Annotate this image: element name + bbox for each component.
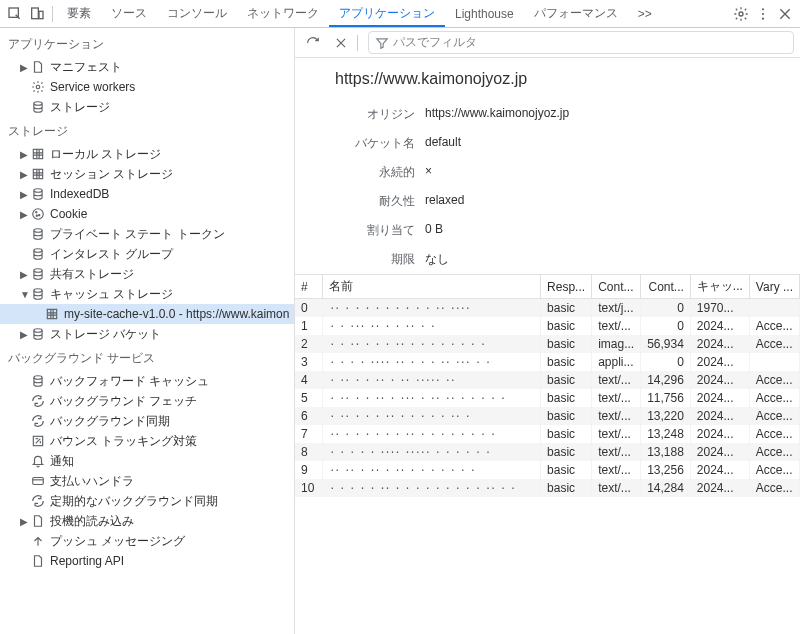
property-label: オリジン — [315, 106, 425, 123]
table-row[interactable]: 1 · · ··· ·· · · ·· · ·basictext/...0202… — [295, 317, 800, 335]
tab-network[interactable]: ネットワーク — [237, 1, 329, 26]
tab-application[interactable]: アプリケーション — [329, 1, 445, 27]
table-row[interactable]: 5· ·· · · ·· · ··· · ·· ·· · · · · ·basi… — [295, 389, 800, 407]
table-row[interactable]: 9 ·· ·· · ·· · ·· · · · · · · ·basictext… — [295, 461, 800, 479]
tree-item[interactable]: ▶投機的読み込み — [0, 511, 294, 531]
property-row: オリジンhttps://www.kaimonojyoz.jp — [315, 100, 800, 129]
cache-properties: オリジンhttps://www.kaimonojyoz.jpバケット名defau… — [295, 100, 800, 274]
svg-rect-2 — [39, 11, 43, 18]
column-header[interactable]: 名前 — [323, 275, 541, 299]
device-toggle-icon[interactable] — [26, 3, 48, 25]
svg-point-17 — [34, 249, 42, 253]
table-row[interactable]: 8 · · · · · ···· ····· · · · · · · basic… — [295, 443, 800, 461]
tab-more[interactable]: >> — [628, 3, 662, 25]
svg-rect-1 — [32, 8, 39, 19]
table-row[interactable]: 7·· · · · · · · ·· · · · · · · · · basic… — [295, 425, 800, 443]
property-label: 割り当て — [315, 222, 425, 239]
refresh-icon[interactable] — [301, 31, 325, 55]
svg-point-13 — [36, 212, 37, 213]
tree-item[interactable]: インタレスト グループ — [0, 244, 294, 264]
tree-item-label: マニフェスト — [50, 59, 122, 76]
tab-lighthouse[interactable]: Lighthouse — [445, 3, 524, 25]
expand-arrow-icon[interactable]: ▶ — [20, 516, 30, 527]
expand-arrow-icon[interactable]: ▼ — [20, 289, 30, 300]
devtools-tab-strip: 要素 ソース コンソール ネットワーク アプリケーション Lighthouse … — [0, 0, 800, 28]
table-row[interactable]: 3· · · · ···· ·· · · · ·· ··· · · basica… — [295, 353, 800, 371]
tree-item[interactable]: ストレージ — [0, 97, 294, 117]
tree-item[interactable]: バックフォワード キャッシュ — [0, 371, 294, 391]
column-header[interactable]: Resp... — [541, 275, 592, 299]
gear-icon — [30, 79, 46, 95]
expand-arrow-icon[interactable]: ▶ — [20, 189, 30, 200]
property-row: 耐久性relaxed — [315, 187, 800, 216]
expand-arrow-icon[interactable]: ▶ — [20, 169, 30, 180]
tree-item[interactable]: 定期的なバックグラウンド同期 — [0, 491, 294, 511]
column-header[interactable]: Cont... — [592, 275, 641, 299]
tree-item[interactable]: Reporting API — [0, 551, 294, 571]
tab-elements[interactable]: 要素 — [57, 1, 101, 26]
expand-arrow-icon[interactable]: ▶ — [20, 269, 30, 280]
grid-icon — [44, 306, 60, 322]
column-header[interactable]: Cont... — [641, 275, 691, 299]
tree-item[interactable]: ▶Cookie — [0, 204, 294, 224]
filter-input[interactable]: パスでフィルタ — [368, 31, 794, 54]
content-pane: パスでフィルタ https://www.kaimonojyoz.jp オリジンh… — [295, 28, 800, 634]
tree-item-label: Service workers — [50, 80, 135, 94]
tree-item-label: 共有ストレージ — [50, 266, 134, 283]
tree-item-label: 定期的なバックグラウンド同期 — [50, 493, 218, 510]
tree-item[interactable]: ▶マニフェスト — [0, 57, 294, 77]
expand-arrow-icon[interactable]: ▶ — [20, 209, 30, 220]
property-value: 0 B — [425, 222, 443, 239]
tab-performance[interactable]: パフォーマンス — [524, 1, 628, 26]
tree-item[interactable]: ▶IndexedDB — [0, 184, 294, 204]
table-row[interactable]: 2· · ·· · · · ·· · · · · · · · · basicim… — [295, 335, 800, 353]
tree-item[interactable]: ▶セッション ストレージ — [0, 164, 294, 184]
delete-icon[interactable] — [329, 31, 353, 55]
property-row: バケット名default — [315, 129, 800, 158]
table-row[interactable]: 10 · · · · · ·· · · · · · · · · · ·· · ·… — [295, 479, 800, 497]
svg-point-14 — [39, 215, 40, 216]
table-row[interactable]: 0·· · · · · · · · · · ·· ····basictext/j… — [295, 299, 800, 318]
inspect-icon[interactable] — [4, 3, 26, 25]
tree-item[interactable]: 通知 — [0, 451, 294, 471]
sync-icon — [30, 493, 46, 509]
tree-item[interactable]: プッシュ メッセージング — [0, 531, 294, 551]
tree-item[interactable]: バックグラウンド フェッチ — [0, 391, 294, 411]
tree-item[interactable]: バウンス トラッキング対策 — [0, 431, 294, 451]
expand-arrow-icon[interactable]: ▶ — [20, 149, 30, 160]
expand-arrow-icon[interactable]: ▶ — [20, 62, 30, 73]
tree-item[interactable]: バックグラウンド同期 — [0, 411, 294, 431]
tab-sources[interactable]: ソース — [101, 1, 157, 26]
column-header[interactable]: # — [295, 275, 323, 299]
table-row[interactable]: 4 · ·· · · ·· · ·· ····· ·· basictext/..… — [295, 371, 800, 389]
table-row[interactable]: 6· ·· · · · ·· · · · · · ·· · basictext/… — [295, 407, 800, 425]
tree-item-label: 支払いハンドラ — [50, 473, 134, 490]
tree-item[interactable]: Service workers — [0, 77, 294, 97]
tree-item[interactable]: ▼キャッシュ ストレージ — [0, 284, 294, 304]
column-header[interactable]: キャッ... — [690, 275, 749, 299]
tab-console[interactable]: コンソール — [157, 1, 237, 26]
tree-item-label: ローカル ストレージ — [50, 146, 161, 163]
tree-item[interactable]: プライベート ステート トークン — [0, 224, 294, 244]
close-icon[interactable] — [774, 3, 796, 25]
file-icon — [30, 553, 46, 569]
settings-icon[interactable] — [730, 3, 752, 25]
tree-item-label: my-site-cache-v1.0.0 - https://www.kaimo… — [64, 307, 289, 321]
tree-item-label: 通知 — [50, 453, 74, 470]
tree-item[interactable]: ▶ストレージ バケット — [0, 324, 294, 344]
tree-item[interactable]: my-site-cache-v1.0.0 - https://www.kaimo… — [0, 304, 294, 324]
db-icon — [30, 326, 46, 342]
grid-icon — [30, 146, 46, 162]
bell-icon — [30, 453, 46, 469]
tree-item[interactable]: ▶ローカル ストレージ — [0, 144, 294, 164]
tree-item-label: プッシュ メッセージング — [50, 533, 185, 550]
kebab-icon[interactable] — [752, 3, 774, 25]
svg-point-5 — [762, 12, 764, 14]
svg-point-18 — [34, 269, 42, 273]
column-header[interactable]: Vary ... — [749, 275, 799, 299]
tree-item[interactable]: 支払いハンドラ — [0, 471, 294, 491]
svg-point-19 — [34, 289, 42, 293]
tree-item[interactable]: ▶共有ストレージ — [0, 264, 294, 284]
property-value: default — [425, 135, 461, 152]
expand-arrow-icon[interactable]: ▶ — [20, 329, 30, 340]
